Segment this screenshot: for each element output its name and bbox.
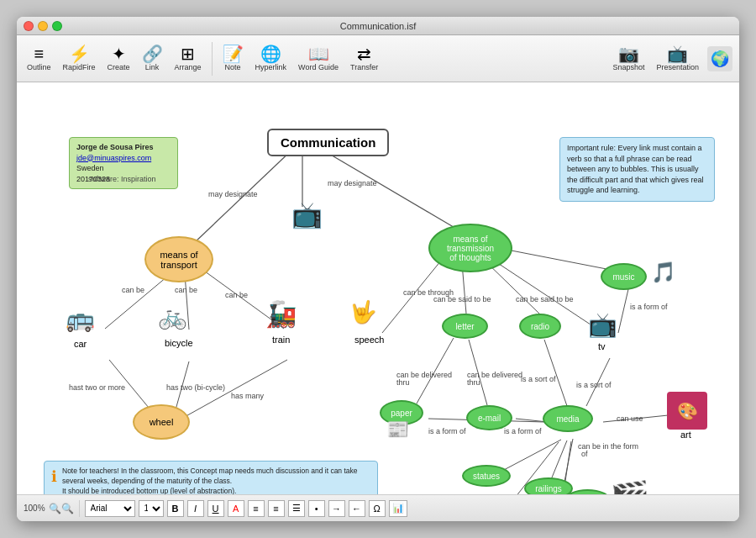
font-selector[interactable]: Arial <box>85 500 135 517</box>
paper-label: paper <box>391 409 412 418</box>
hyperlink-icon: 🌐 <box>260 45 281 62</box>
railings-label: railings <box>535 484 562 493</box>
tool-create[interactable]: ✦ Create <box>104 44 134 73</box>
link-label-can-be-1: can be <box>122 286 144 294</box>
tool-arrange[interactable]: ⊞ Arrange <box>171 44 205 73</box>
node-media[interactable]: media <box>543 405 593 432</box>
radio-label: radio <box>531 322 549 331</box>
outline-icon: ≡ <box>34 45 44 62</box>
create-icon: ✦ <box>112 45 126 62</box>
music-icon: 🎵 <box>651 261 676 284</box>
italic-button[interactable]: I <box>187 500 204 517</box>
link-label: Link <box>145 63 160 71</box>
user-country: Sweden <box>76 163 171 174</box>
zoom-icons: 🔍🔍 <box>49 503 74 514</box>
link-label-delivered-1b: thru <box>396 378 410 387</box>
arrange-icon: ⊞ <box>181 45 195 62</box>
link-label-can-be-2: can be <box>175 286 197 294</box>
close-button[interactable] <box>24 21 34 31</box>
window-title: Communication.isf <box>340 21 416 31</box>
node-wheel[interactable]: wheel <box>133 404 190 440</box>
node-statues[interactable]: statues <box>462 465 511 487</box>
tool-transfer[interactable]: ⇄ Transfer <box>347 44 381 73</box>
arrange-label: Arrange <box>175 63 202 71</box>
node-bicycle[interactable]: bicycle <box>165 338 193 348</box>
title-bar: Communication.isf <box>17 17 739 35</box>
email-label: e-mail <box>478 414 501 423</box>
node-art[interactable]: art <box>680 430 691 440</box>
node-speech[interactable]: speech <box>354 335 384 345</box>
outdent-button[interactable]: ← <box>349 500 365 517</box>
underline-button[interactable]: U <box>207 500 224 517</box>
link-label-sort-2: is a sort of <box>576 381 612 389</box>
node-means-transmission[interactable]: means oftransmissionof thoughts <box>428 224 512 272</box>
color-button[interactable]: A <box>228 500 244 517</box>
symbol-button[interactable]: Ω <box>369 500 386 517</box>
node-car[interactable]: car <box>74 339 87 349</box>
bottom-toolbar: 100% 🔍🔍 Arial 12 B I U A ≡ ≡ ☰ • → ← Ω 📊 <box>17 494 739 521</box>
note-box: ℹ Note for teachers! In the classroom, t… <box>44 461 378 494</box>
transfer-label: Transfer <box>350 63 378 71</box>
rapidfire-icon: ⚡ <box>69 45 90 62</box>
note-icon: 📝 <box>223 45 244 62</box>
tool-outline[interactable]: ≡ Outline <box>24 44 55 73</box>
link-label-sort-1: is a sort of <box>521 375 556 383</box>
user-name: Jorge de Sousa Pires <box>76 142 171 153</box>
node-means-transport[interactable]: means oftransport <box>144 236 213 282</box>
node-letter[interactable]: letter <box>442 314 488 339</box>
bold-button[interactable]: B <box>167 500 184 517</box>
node-music[interactable]: music <box>601 263 647 290</box>
align-left-button[interactable]: ≡ <box>248 500 265 517</box>
indent-button[interactable]: → <box>328 500 345 517</box>
svg-line-9 <box>382 261 441 333</box>
maximize-button[interactable] <box>52 21 62 31</box>
means-transmission-label: means oftransmissionof thoughts <box>447 235 494 262</box>
car-image: 🚌 <box>66 305 95 333</box>
node-train[interactable]: train <box>272 335 290 345</box>
art-label: art <box>680 430 691 440</box>
node-communication[interactable]: Communication <box>267 129 389 156</box>
speech-label: speech <box>354 335 384 345</box>
tool-wordguide[interactable]: 📖 Word Guide <box>295 44 342 73</box>
graph-button[interactable]: 📊 <box>389 500 407 517</box>
train-image: 🚂 <box>265 299 297 329</box>
note-text: Note for teachers! In the classroom, thi… <box>62 467 370 494</box>
link-label-form-2: is a form of <box>504 427 542 435</box>
align-center-button[interactable]: ≡ <box>268 500 285 517</box>
minimize-button[interactable] <box>38 21 48 31</box>
link-label-said-to-be-2: can be said to be <box>516 295 574 303</box>
tool-note[interactable]: 📝 Note <box>219 44 247 73</box>
bullet-button[interactable]: • <box>308 500 325 517</box>
tool-hyperlink[interactable]: 🌐 Hyperlink <box>252 44 291 73</box>
canvas[interactable]: Jorge de Sousa Pires jde@minuaspires.com… <box>17 82 739 494</box>
list-button[interactable]: ☰ <box>288 500 305 517</box>
window-controls <box>24 21 62 31</box>
node-email[interactable]: e-mail <box>466 405 512 430</box>
svg-line-23 <box>502 440 561 471</box>
node-radio[interactable]: radio <box>519 314 561 339</box>
presentation-label: Presentation <box>656 63 699 71</box>
link-label-may-designate-2: may designate <box>328 179 377 187</box>
train-label: train <box>272 335 290 345</box>
link-label-said-to-be-1: can be said to be <box>433 295 491 303</box>
tool-rapidfire[interactable]: ⚡ RapidFire <box>60 44 99 73</box>
tool-link[interactable]: 🔗 Link <box>139 44 166 73</box>
hyperlink-label: Hyperlink <box>255 63 287 71</box>
rapidfire-label: RapidFire <box>63 63 96 71</box>
node-railings[interactable]: railings <box>524 477 573 494</box>
link-label-has-many: has many <box>231 392 264 400</box>
tool-presentation[interactable]: 📺 Presentation <box>653 44 702 73</box>
communication-label: Communication <box>281 135 375 150</box>
link-label-form-1: is a form of <box>428 427 466 435</box>
size-selector[interactable]: 12 <box>139 500 164 517</box>
svg-line-25 <box>550 440 567 482</box>
zoom-level: 100% <box>24 504 45 513</box>
tool-snapshot[interactable]: 📷 Snapshot <box>609 44 648 73</box>
music-label: music <box>612 272 634 282</box>
node-tv[interactable]: tv <box>598 341 606 351</box>
speech-image: 🤟 <box>349 299 376 325</box>
note-label: Note <box>225 63 241 71</box>
link-label-form-music: is a form of <box>630 303 668 311</box>
link-label-form-of-2: of <box>581 450 588 458</box>
snapshot-label: Snapshot <box>612 63 644 71</box>
